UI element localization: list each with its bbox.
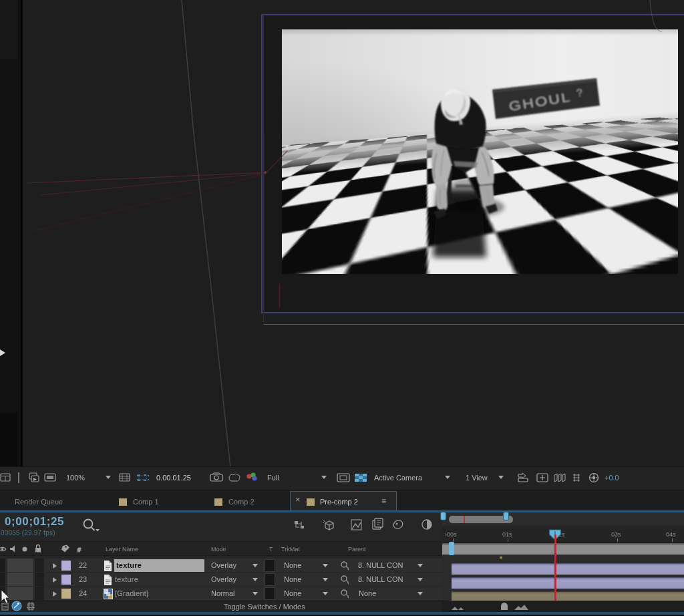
svg-text:#: # <box>77 547 81 553</box>
